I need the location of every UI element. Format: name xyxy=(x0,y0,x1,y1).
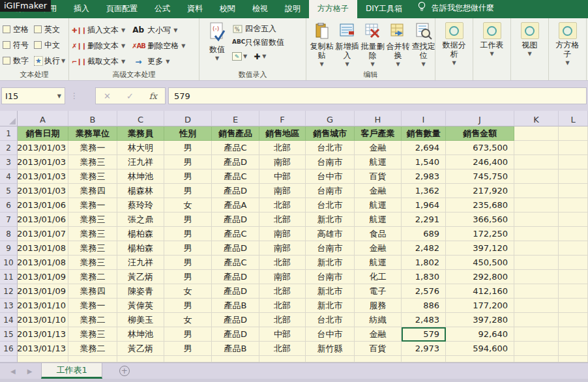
cell-H12[interactable]: 電子 xyxy=(355,284,402,299)
cell-J16[interactable]: 594,600 xyxy=(446,342,514,356)
add-sheet-button[interactable]: + xyxy=(119,363,130,379)
cell-L11[interactable] xyxy=(559,270,588,284)
cell-A1[interactable]: 銷售日期 xyxy=(18,126,68,141)
cell-I11[interactable]: 1,830 xyxy=(402,270,446,284)
cell-L9[interactable] xyxy=(559,241,588,256)
视图-button[interactable]: 视图▼ xyxy=(514,20,545,59)
cell-F2[interactable]: 北部 xyxy=(259,141,306,155)
cell-E4[interactable]: 產品C xyxy=(212,169,259,184)
cell-D10[interactable]: 男 xyxy=(164,256,212,270)
cell-K5[interactable] xyxy=(514,184,559,198)
cell-B11[interactable]: 業務二 xyxy=(68,270,117,284)
row-header-7[interactable]: 7 xyxy=(0,213,18,227)
cell-B7[interactable]: 業務三 xyxy=(68,213,117,227)
cell-K4[interactable] xyxy=(514,169,559,184)
cell-B16[interactable]: 業務二 xyxy=(68,342,117,356)
ribbon-tab[interactable]: 檢視 xyxy=(244,0,276,18)
cell-L3[interactable] xyxy=(559,155,588,169)
numeric-value-button[interactable]: (-) 数值 ▼ xyxy=(202,20,232,70)
cell-D7[interactable]: 男 xyxy=(164,213,212,227)
cell-I8[interactable]: 689 xyxy=(402,227,446,241)
cell-K3[interactable] xyxy=(514,155,559,169)
cell-K1[interactable] xyxy=(514,126,559,141)
cell-L17[interactable] xyxy=(559,356,588,362)
cell-B10[interactable]: 業務三 xyxy=(68,256,117,270)
cell-H13[interactable]: 服務 xyxy=(355,299,402,313)
row-header-12[interactable]: 12 xyxy=(0,284,18,299)
cell-F13[interactable]: 北部 xyxy=(259,299,306,313)
cell-H6[interactable]: 航運 xyxy=(355,198,402,213)
cell-I6[interactable]: 1,964 xyxy=(402,198,446,213)
select-all-corner[interactable] xyxy=(0,111,18,126)
ribbon-tab[interactable]: 插入 xyxy=(65,0,98,18)
批量删除-button[interactable]: 批量删除▼ xyxy=(360,22,385,70)
cell-B9[interactable]: 業務三 xyxy=(68,241,117,256)
cell-K11[interactable] xyxy=(514,270,559,284)
cell-I4[interactable]: 2,983 xyxy=(402,169,446,184)
column-header-F[interactable]: F xyxy=(259,111,306,126)
cell-L12[interactable] xyxy=(559,284,588,299)
cell-L8[interactable] xyxy=(559,227,588,241)
cell-F9[interactable]: 南部 xyxy=(259,241,306,256)
cell-F4[interactable]: 中部 xyxy=(259,169,306,184)
column-header-D[interactable]: D xyxy=(164,111,212,126)
row-header-4[interactable]: 4 xyxy=(0,169,18,184)
cell-H10[interactable]: 航運 xyxy=(355,256,402,270)
cell-G11[interactable]: 台南市 xyxy=(306,270,355,284)
cell-C12[interactable]: 陳姿青 xyxy=(117,284,164,299)
cell-E17[interactable] xyxy=(212,356,259,362)
cell-C6[interactable]: 蔡玲玲 xyxy=(117,198,164,213)
cell-J2[interactable]: 673,500 xyxy=(446,141,514,155)
cell-F1[interactable]: 銷售地區 xyxy=(259,126,306,141)
cell-G15[interactable]: 台中市 xyxy=(306,327,355,342)
cell-A16[interactable]: 2013/01/13 xyxy=(18,342,68,356)
cell-F5[interactable]: 南部 xyxy=(259,184,306,198)
cell-E10[interactable]: 產品C xyxy=(212,256,259,270)
cell-F14[interactable]: 北部 xyxy=(259,313,306,327)
cell-D8[interactable]: 男 xyxy=(164,227,212,241)
cell-H5[interactable]: 金融 xyxy=(355,184,402,198)
column-header-G[interactable]: G xyxy=(306,111,355,126)
cell-H8[interactable]: 食品 xyxy=(355,227,402,241)
cell-J11[interactable]: 292,800 xyxy=(446,270,514,284)
row-header-11[interactable]: 11 xyxy=(0,270,18,284)
cell-G17[interactable] xyxy=(306,356,355,362)
cell-F16[interactable]: 北部 xyxy=(259,342,306,356)
cell-A11[interactable]: 2013/01/09 xyxy=(18,270,68,284)
cell-E6[interactable]: 產品A xyxy=(212,198,259,213)
cell-H15[interactable]: 金融 xyxy=(355,327,402,342)
cell-H1[interactable]: 客戶產業 xyxy=(355,126,402,141)
cell-E12[interactable]: 產品D xyxy=(212,284,259,299)
cell-L15[interactable] xyxy=(559,327,588,342)
cell-A9[interactable]: 2013/01/08 xyxy=(18,241,68,256)
text-option-checkbox[interactable]: 符号 xyxy=(3,40,34,51)
text-option-checkbox[interactable]: 数字 xyxy=(3,55,34,66)
cell-E1[interactable]: 銷售產品 xyxy=(212,126,259,141)
cell-C4[interactable]: 林坤池 xyxy=(117,169,164,184)
cell-I13[interactable]: 886 xyxy=(402,299,446,313)
text-option-checkbox[interactable]: 中文 xyxy=(34,40,66,51)
cell-K17[interactable] xyxy=(514,356,559,362)
cell-L1[interactable] xyxy=(559,126,588,141)
cell-F8[interactable]: 南部 xyxy=(259,227,306,241)
cell-A7[interactable]: 2013/01/06 xyxy=(18,213,68,227)
cell-I10[interactable]: 1,802 xyxy=(402,256,446,270)
cell-H16[interactable]: 百貨 xyxy=(355,342,402,356)
column-header-J[interactable]: J xyxy=(446,111,514,126)
edit-cell-button[interactable]: ✎▼ xyxy=(232,52,247,61)
cell-F15[interactable]: 中部 xyxy=(259,327,306,342)
cell-F12[interactable]: 北部 xyxy=(259,284,306,299)
text-option-checkbox[interactable]: 空格 xyxy=(3,24,34,35)
cell-L10[interactable] xyxy=(559,256,588,270)
数据分析-button[interactable]: 数据分析▼ xyxy=(439,20,469,68)
cell-C3[interactable]: 汪九祥 xyxy=(117,155,164,169)
keep-values-button[interactable]: ABC 只保留数值 xyxy=(232,36,284,50)
next-sheet-icon[interactable]: ▶ xyxy=(27,368,33,375)
cell-J12[interactable]: 412,160 xyxy=(446,284,514,299)
删除空格-button[interactable]: ✗AB删除空格▼ xyxy=(132,38,185,53)
cell-J1[interactable]: 銷售金額 xyxy=(446,126,514,141)
cell-F7[interactable]: 北部 xyxy=(259,213,306,227)
cell-D2[interactable]: 男 xyxy=(164,141,212,155)
cell-C2[interactable]: 林大明 xyxy=(117,141,164,155)
cancel-entry-icon[interactable]: ✕ xyxy=(104,91,111,101)
